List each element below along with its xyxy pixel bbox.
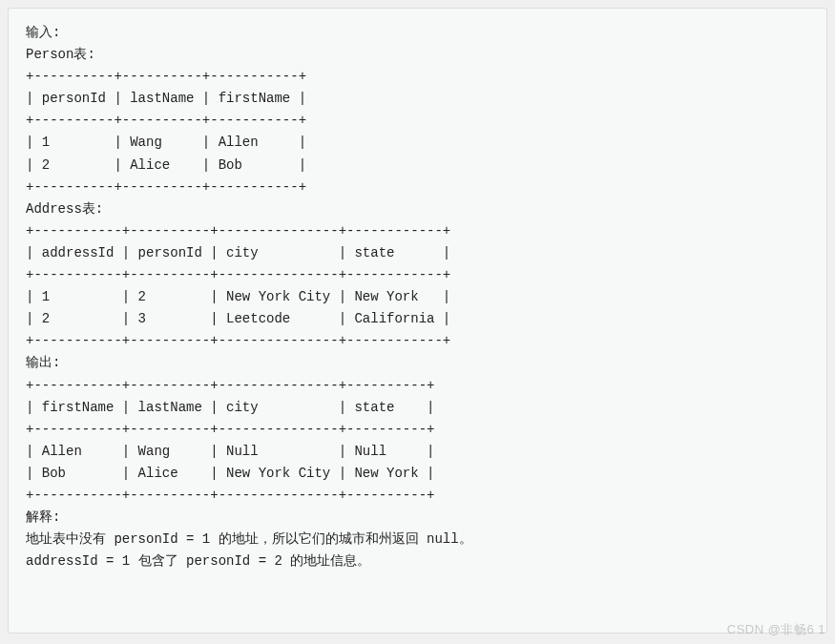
person-table-border-mid: +----------+----------+-----------+	[26, 113, 306, 128]
explain-header: 解释:	[26, 509, 60, 525]
address-table-row: | 2 | 3 | Leetcode | California |	[26, 311, 450, 326]
output-table-row: | Allen | Wang | Null | Null |	[26, 444, 434, 459]
person-table-border-bottom: +----------+----------+-----------+	[26, 179, 306, 195]
person-table-header: | personId | lastName | firstName |	[26, 91, 306, 106]
address-table-border-top: +-----------+----------+---------------+…	[26, 223, 450, 239]
output-table-header: | firstName | lastName | city | state |	[26, 400, 434, 415]
output-header: 输出:	[26, 355, 69, 370]
sql-example-code-block: 输入: Person表: +----------+----------+----…	[8, 8, 827, 634]
output-table-border-bottom: +-----------+----------+---------------+…	[26, 488, 434, 503]
person-table-label: Person表:	[26, 47, 95, 62]
person-table-row: | 1 | Wang | Allen |	[26, 135, 306, 150]
output-table-border-mid: +-----------+----------+---------------+…	[26, 422, 434, 437]
explain-line: 地址表中没有 personId = 1 的地址，所以它们的城市和州返回 null…	[26, 531, 472, 547]
address-table-header: | addressId | personId | city | state |	[26, 245, 450, 260]
output-table-row: | Bob | Alice | New York City | New York…	[26, 466, 434, 481]
address-table-label: Address表:	[26, 201, 103, 217]
explain-line: addressId = 1 包含了 personId = 2 的地址信息。	[26, 553, 370, 569]
input-header: 输入:	[26, 25, 69, 40]
person-table-row: | 2 | Alice | Bob |	[26, 157, 306, 173]
address-table-border-mid: +-----------+----------+---------------+…	[26, 267, 450, 282]
address-table-border-bottom: +-----------+----------+---------------+…	[26, 333, 450, 348]
person-table-border-top: +----------+----------+-----------+	[26, 69, 306, 84]
address-table-row: | 1 | 2 | New York City | New York |	[26, 289, 450, 304]
output-table-border-top: +-----------+----------+---------------+…	[26, 378, 434, 393]
